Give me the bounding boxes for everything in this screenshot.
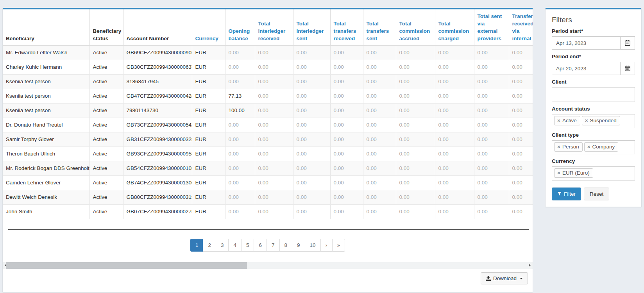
remove-tag-icon[interactable]: × bbox=[557, 118, 560, 123]
cell-sent-via-external: 0.00 bbox=[474, 147, 509, 161]
scroll-right-icon[interactable] bbox=[526, 262, 533, 269]
cell-interledger-received: 0.00 bbox=[255, 118, 293, 132]
cell-currency: EUR bbox=[192, 46, 225, 60]
column-header-currency[interactable]: Currency bbox=[192, 9, 225, 46]
remove-tag-icon[interactable]: × bbox=[585, 118, 588, 123]
cell-commission-charged: 0.00 bbox=[435, 75, 474, 89]
cell-transfers-received: 0.00 bbox=[330, 75, 363, 89]
cell-sent-via-external: 0.00 bbox=[474, 89, 509, 104]
download-button[interactable]: Download bbox=[481, 272, 528, 284]
cell-account-number: GB73CFZZ00994300000542 bbox=[123, 118, 192, 132]
page-1-button[interactable]: 1 bbox=[190, 239, 204, 252]
page-10-button[interactable]: 10 bbox=[305, 239, 321, 252]
period-end-group bbox=[552, 62, 635, 75]
cell-beneficiary-status: Active bbox=[89, 147, 123, 161]
cell-commission-accrued: 0.00 bbox=[396, 190, 435, 205]
column-header-interledger-received[interactable]: Total interledger received bbox=[255, 9, 293, 46]
client-type-select[interactable]: ×Person×Company bbox=[552, 140, 635, 154]
cell-account-number: 79801143730 bbox=[123, 104, 192, 118]
cell-opening-balance: 0.00 bbox=[225, 60, 255, 75]
column-header-transfers-received[interactable]: Total transfers received bbox=[330, 9, 363, 46]
cell-opening-balance: 0.00 bbox=[225, 132, 255, 147]
cell-transfers-received: 0.00 bbox=[330, 161, 363, 176]
last-page-button[interactable]: » bbox=[332, 239, 345, 252]
cell-transfers-sent: 0.00 bbox=[363, 190, 396, 205]
cell-beneficiary: Mr. Roderick Bogan DDS Greenholt bbox=[3, 161, 89, 176]
account-status-select[interactable]: ×Active×Suspended bbox=[552, 114, 635, 128]
cell-interledger-received: 0.00 bbox=[255, 104, 293, 118]
cell-sent-via-external: 0.00 bbox=[474, 132, 509, 147]
cell-received-via-internal: 0.00 bbox=[509, 60, 533, 75]
cell-commission-accrued: 0.00 bbox=[396, 60, 435, 75]
cell-transfers-received: 0.00 bbox=[330, 190, 363, 205]
table-row: Mr. Edwardo Leffler WalshActiveGB69CFZZ0… bbox=[3, 46, 533, 60]
cell-transfers-sent: 0.00 bbox=[363, 132, 396, 147]
reset-button[interactable]: Reset bbox=[584, 188, 609, 200]
cell-interledger-received: 0.00 bbox=[255, 176, 293, 190]
next-page-button[interactable]: › bbox=[320, 239, 333, 252]
pagination: 12345678910›» bbox=[190, 239, 345, 252]
cell-beneficiary-status: Active bbox=[89, 176, 123, 190]
column-header-interledger-sent[interactable]: Total interledger sent bbox=[293, 9, 330, 46]
cell-received-via-internal: 0.00 bbox=[509, 132, 533, 147]
period-end-calendar-button[interactable] bbox=[620, 62, 635, 75]
page-4-button[interactable]: 4 bbox=[228, 239, 242, 252]
cell-beneficiary-status: Active bbox=[89, 46, 123, 60]
column-header-opening-balance[interactable]: Opening balance bbox=[225, 9, 255, 46]
cell-account-number: GB93CFZZ00994300000958 bbox=[123, 147, 192, 161]
cell-beneficiary: Kseniia test person bbox=[3, 89, 89, 104]
cell-beneficiary: Dr. Donato Hand Treutel bbox=[3, 118, 89, 132]
page-7-button[interactable]: 7 bbox=[267, 239, 280, 252]
cell-beneficiary: Mr. Edwardo Leffler Walsh bbox=[3, 46, 89, 60]
page-5-button[interactable]: 5 bbox=[241, 239, 254, 252]
page-8-button[interactable]: 8 bbox=[279, 239, 293, 252]
cell-interledger-sent: 0.00 bbox=[293, 89, 330, 104]
cell-beneficiary: Charley Kuhic Hermann bbox=[3, 60, 89, 75]
cell-sent-via-external: 0.00 bbox=[474, 205, 509, 219]
column-header-sent-via-external[interactable]: Total sent via external providers bbox=[474, 9, 509, 46]
cell-commission-charged: 0.00 bbox=[435, 176, 474, 190]
cell-commission-accrued: 0.00 bbox=[396, 104, 435, 118]
client-label: Client bbox=[552, 79, 635, 85]
currency-select[interactable]: ×EUR (Euro) bbox=[552, 166, 635, 180]
column-header-transfers-sent[interactable]: Total transfers sent bbox=[363, 9, 396, 46]
cell-currency: EUR bbox=[192, 60, 225, 75]
page-6-button[interactable]: 6 bbox=[254, 239, 267, 252]
cell-opening-balance: 0.00 bbox=[225, 161, 255, 176]
period-start-input[interactable] bbox=[552, 36, 620, 50]
period-start-calendar-button[interactable] bbox=[620, 36, 635, 50]
cell-interledger-sent: 0.00 bbox=[293, 104, 330, 118]
page-2-button[interactable]: 2 bbox=[203, 239, 216, 252]
column-header-received-via-internal[interactable]: Transfers received via internal bbox=[509, 9, 533, 46]
cell-transfers-sent: 0.00 bbox=[363, 118, 396, 132]
cell-beneficiary-status: Active bbox=[89, 161, 123, 176]
cell-transfers-received: 0.00 bbox=[330, 60, 363, 75]
cell-commission-accrued: 0.00 bbox=[396, 118, 435, 132]
cell-transfers-received: 0.00 bbox=[330, 46, 363, 60]
page-9-button[interactable]: 9 bbox=[292, 239, 305, 252]
selected-tag: ×Active bbox=[554, 116, 580, 125]
cell-transfers-received: 0.00 bbox=[330, 132, 363, 147]
page-3-button[interactable]: 3 bbox=[216, 239, 229, 252]
cell-commission-charged: 0.00 bbox=[435, 205, 474, 219]
cell-beneficiary-status: Active bbox=[89, 89, 123, 104]
client-type-label: Client type bbox=[552, 132, 635, 138]
scrollbar-thumb[interactable] bbox=[6, 262, 247, 269]
cell-currency: EUR bbox=[192, 89, 225, 104]
remove-tag-icon[interactable]: × bbox=[557, 170, 560, 176]
column-header-commission-charged[interactable]: Total commission charged bbox=[435, 9, 474, 46]
table-bottom-rule bbox=[8, 229, 529, 230]
cell-beneficiary: Theron Bauch Ullrich bbox=[3, 147, 89, 161]
cell-account-number: GB30CFZZ00994300000637 bbox=[123, 60, 192, 75]
filter-button[interactable]: Filter bbox=[552, 188, 581, 200]
report-page: BeneficiaryBeneficiary statusAccount Num… bbox=[0, 0, 644, 293]
cell-transfers-sent: 0.00 bbox=[363, 161, 396, 176]
remove-tag-icon[interactable]: × bbox=[587, 144, 590, 150]
remove-tag-icon[interactable]: × bbox=[557, 144, 560, 150]
client-input[interactable] bbox=[552, 87, 635, 102]
horizontal-scrollbar[interactable] bbox=[3, 262, 533, 269]
period-end-input[interactable] bbox=[552, 62, 620, 75]
cell-beneficiary-status: Active bbox=[89, 190, 123, 205]
cell-interledger-sent: 0.00 bbox=[293, 46, 330, 60]
column-header-commission-accrued[interactable]: Total commission accrued bbox=[396, 9, 435, 46]
